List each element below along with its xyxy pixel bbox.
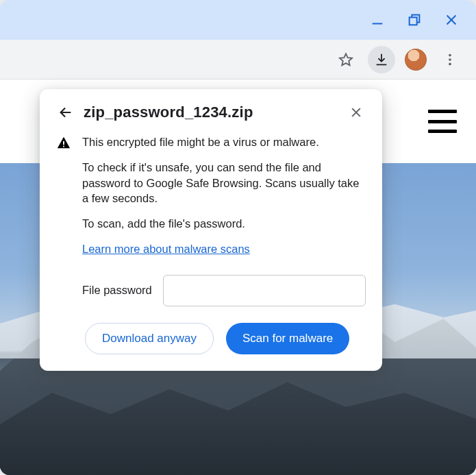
file-password-input[interactable]: [163, 275, 366, 306]
svg-marker-5: [340, 53, 352, 65]
warning-description-2: To scan, add the file's password.: [82, 216, 366, 232]
svg-rect-14: [63, 141, 64, 145]
close-icon: [349, 106, 363, 119]
profile-avatar-button[interactable]: [403, 47, 428, 72]
download-icon: [374, 52, 389, 67]
learn-more-link[interactable]: Learn more about malware scans: [82, 241, 250, 257]
arrow-left-icon: [58, 105, 73, 120]
download-warning-dialog: zip_password_1234.zip This encrypted fil…: [40, 89, 382, 371]
browser-toolbar: [0, 40, 476, 80]
close-icon: [444, 12, 459, 27]
dialog-close-button[interactable]: [347, 103, 366, 122]
minimize-button[interactable]: [365, 8, 390, 32]
scan-for-malware-button[interactable]: Scan for malware: [226, 323, 349, 354]
browser-menu-button[interactable]: [436, 46, 464, 73]
tab-strip: [0, 0, 476, 40]
restore-icon: [407, 12, 422, 27]
dialog-title: zip_password_1234.zip: [84, 103, 338, 121]
dialog-text: This encrypted file might be a virus or …: [82, 134, 366, 354]
hamburger-bar: [428, 130, 457, 133]
password-row: File password: [82, 275, 366, 306]
warning-icon: [56, 136, 73, 354]
svg-point-8: [449, 53, 451, 56]
warning-description-1: To check if it's unsafe, you can send th…: [82, 160, 366, 206]
svg-point-10: [449, 62, 451, 65]
restore-button[interactable]: [402, 8, 427, 32]
minimize-icon: [370, 12, 385, 27]
avatar-icon: [405, 49, 427, 71]
site-menu-button[interactable]: [428, 110, 457, 133]
hamburger-bar: [428, 110, 457, 113]
dialog-actions: Download anyway Scan for malware: [85, 323, 366, 354]
svg-rect-15: [63, 146, 64, 147]
more-vertical-icon: [442, 52, 458, 67]
password-label: File password: [82, 282, 152, 298]
browser-window: zip_password_1234.zip This encrypted fil…: [0, 0, 476, 475]
download-anyway-button[interactable]: Download anyway: [85, 323, 214, 354]
dialog-header: zip_password_1234.zip: [56, 103, 366, 122]
svg-rect-2: [410, 17, 417, 25]
svg-point-9: [449, 58, 451, 61]
dialog-body: This encrypted file might be a virus or …: [56, 134, 366, 354]
dialog-back-button[interactable]: [56, 103, 75, 122]
window-close-button[interactable]: [439, 8, 464, 32]
hamburger-bar: [428, 120, 457, 123]
downloads-button[interactable]: [368, 46, 395, 73]
warning-heading: This encrypted file might be a virus or …: [82, 134, 366, 150]
bookmark-button[interactable]: [332, 46, 360, 73]
star-icon: [338, 52, 353, 67]
